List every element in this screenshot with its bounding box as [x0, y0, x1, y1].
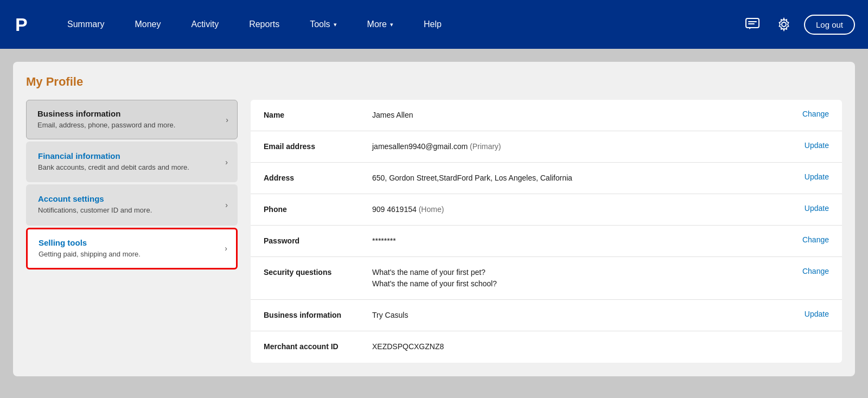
- page-title: My Profile: [26, 75, 842, 89]
- profile-row-address: Address 650, Gordon Street,StardFord Par…: [251, 163, 842, 194]
- nav-money[interactable]: Money: [119, 0, 176, 49]
- security-change-button[interactable]: Change: [794, 267, 829, 275]
- phone-value: 909 4619154 (Home): [372, 204, 796, 215]
- sidebar-item-account-title: Account settings: [38, 194, 221, 203]
- profile-row-phone: Phone 909 4619154 (Home) Update: [251, 194, 842, 226]
- nav-activity[interactable]: Activity: [176, 0, 234, 49]
- password-change-button[interactable]: Change: [794, 235, 829, 244]
- selling-chevron-icon: ›: [225, 244, 227, 253]
- name-label: Name: [264, 110, 372, 119]
- nav-actions: Log out: [741, 13, 855, 36]
- sidebar-item-account-desc: Notifications, customer ID and more.: [38, 206, 221, 215]
- business-update-button[interactable]: Update: [796, 310, 829, 318]
- name-value: James Allen: [372, 110, 794, 121]
- business-info-label: Business information: [264, 310, 372, 319]
- page-content: My Profile Business information Email, a…: [0, 49, 868, 398]
- security-value: What's the name of your first pet? What'…: [372, 267, 794, 290]
- address-update-button[interactable]: Update: [796, 172, 829, 181]
- navbar: P Summary Money Activity Reports Tools▾ …: [0, 0, 868, 49]
- business-chevron-icon: ›: [226, 115, 228, 124]
- address-label: Address: [264, 172, 372, 182]
- sidebar-item-financial-desc: Bank accounts, credit and debit cards an…: [38, 163, 221, 172]
- security-label: Security questions: [264, 267, 372, 277]
- email-value: jamesallen9940@gmail.com (Primary): [372, 141, 796, 152]
- profile-row-security: Security questions What's the name of yo…: [251, 257, 842, 300]
- profile-row-name: Name James Allen Change: [251, 100, 842, 131]
- tools-chevron-icon: ▾: [334, 21, 337, 28]
- profile-row-password: Password ******** Change: [251, 226, 842, 257]
- svg-rect-1: [746, 18, 759, 28]
- sidebar-item-account-settings[interactable]: Account settings Notifications, customer…: [26, 184, 238, 225]
- nav-links: Summary Money Activity Reports Tools▾ Mo…: [52, 0, 741, 49]
- business-info-value: Try Casuls: [372, 310, 796, 321]
- sidebar-item-selling-tools[interactable]: Selling tools Getting paid, shipping and…: [26, 228, 238, 269]
- profile-row-business: Business information Try Casuls Update: [251, 300, 842, 331]
- logout-button[interactable]: Log out: [804, 15, 855, 35]
- password-value: ********: [372, 235, 794, 247]
- nav-tools[interactable]: Tools▾: [295, 0, 352, 49]
- account-chevron-icon: ›: [225, 201, 228, 209]
- email-update-button[interactable]: Update: [796, 141, 829, 150]
- sidebar-item-financial-title: Financial information: [38, 151, 221, 161]
- financial-chevron-icon: ›: [225, 158, 228, 166]
- settings-button[interactable]: [773, 13, 795, 36]
- messages-button[interactable]: [741, 14, 764, 35]
- sidebar-item-selling-title: Selling tools: [39, 238, 220, 247]
- paypal-logo[interactable]: P: [13, 14, 35, 35]
- nav-help[interactable]: Help: [409, 0, 457, 49]
- svg-text:P: P: [15, 14, 28, 35]
- merchant-label: Merchant account ID: [264, 341, 372, 351]
- svg-point-4: [782, 22, 786, 27]
- sidebar-item-selling-desc: Getting paid, shipping and more.: [39, 249, 220, 259]
- email-label: Email address: [264, 141, 372, 151]
- more-chevron-icon: ▾: [390, 21, 393, 28]
- profile-info-panel: Name James Allen Change Email address ja…: [251, 100, 842, 363]
- name-change-button[interactable]: Change: [794, 110, 829, 118]
- profile-sidebar: Business information Email, address, pho…: [26, 100, 238, 363]
- sidebar-item-business-title: Business information: [37, 109, 221, 118]
- password-label: Password: [264, 235, 372, 245]
- nav-reports[interactable]: Reports: [234, 0, 295, 49]
- phone-label: Phone: [264, 204, 372, 214]
- sidebar-item-business-information[interactable]: Business information Email, address, pho…: [26, 100, 238, 139]
- sidebar-item-financial-information[interactable]: Financial information Bank accounts, cre…: [26, 142, 238, 182]
- phone-update-button[interactable]: Update: [796, 204, 829, 213]
- nav-summary[interactable]: Summary: [52, 0, 119, 49]
- profile-row-merchant: Merchant account ID XEZDSPQCXGZNZ8: [251, 331, 842, 363]
- address-value: 650, Gordon Street,StardFord Park, Los A…: [372, 172, 796, 184]
- merchant-value: XEZDSPQCXGZNZ8: [372, 341, 820, 352]
- nav-more[interactable]: More▾: [352, 0, 409, 49]
- profile-row-email: Email address jamesallen9940@gmail.com (…: [251, 131, 842, 163]
- sidebar-item-business-desc: Email, address, phone, password and more…: [37, 120, 221, 130]
- profile-card: My Profile Business information Email, a…: [13, 62, 855, 376]
